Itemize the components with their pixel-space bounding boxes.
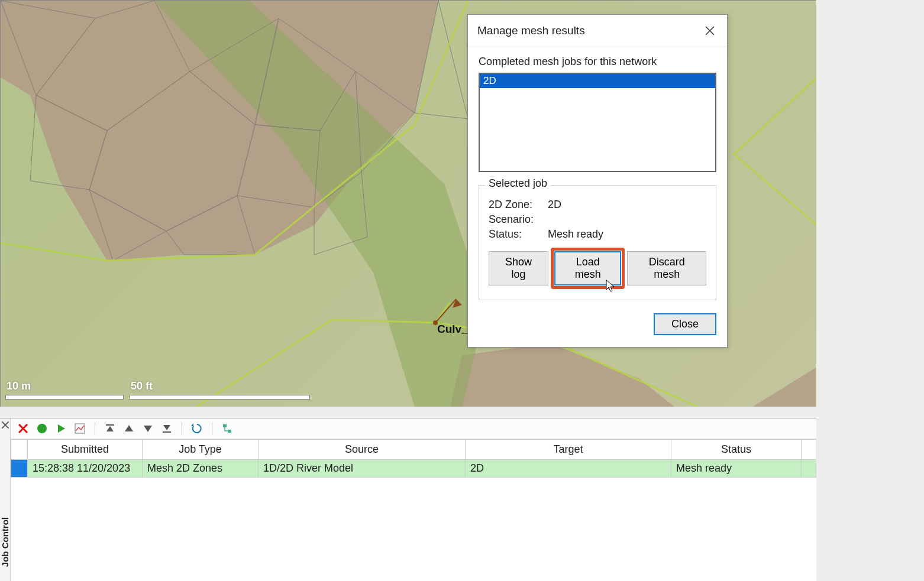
row-selector[interactable]: [11, 460, 28, 478]
close-button[interactable]: Close: [654, 313, 716, 335]
svg-marker-14: [163, 425, 170, 430]
play-icon[interactable]: [54, 422, 67, 435]
col-target[interactable]: Target: [466, 440, 671, 460]
dialog-title-text: Manage mesh results: [477, 24, 585, 37]
svg-marker-8: [58, 424, 65, 433]
dialog-close-button[interactable]: [700, 21, 720, 41]
status-key: Status:: [489, 228, 542, 241]
status-value: Mesh ready: [548, 228, 603, 241]
status-ok-icon[interactable]: [35, 422, 49, 435]
jobs-listbox[interactable]: 2D: [479, 73, 716, 172]
zone-value: 2D: [548, 199, 561, 211]
zone-key: 2D Zone:: [489, 199, 542, 211]
job-control-panel: Job Control Submitted: [0, 418, 816, 581]
cell-source: 1D/2D River Model: [259, 460, 466, 478]
dialog-titlebar: Manage mesh results: [468, 15, 727, 47]
move-bottom-icon[interactable]: [160, 422, 173, 435]
manage-mesh-results-dialog: Manage mesh results Completed mesh jobs …: [467, 14, 728, 348]
delete-icon[interactable]: [17, 422, 30, 435]
discard-mesh-button[interactable]: Discard mesh: [627, 251, 706, 285]
svg-marker-1: [450, 343, 675, 407]
col-extra: [802, 440, 816, 460]
scale-bar-imperial: 50 ft: [130, 380, 310, 400]
panel-tab-label: Job Control: [0, 517, 10, 567]
table-row[interactable]: 15:28:38 11/20/2023 Mesh 2D Zones 1D/2D …: [11, 460, 816, 478]
cell-target: 2D: [466, 460, 671, 478]
svg-rect-18: [228, 430, 231, 433]
close-icon: [705, 26, 715, 35]
scale-bar-metric: 10 m: [5, 380, 124, 400]
network-icon[interactable]: [221, 422, 234, 435]
panel-close-button[interactable]: [1, 421, 9, 429]
job-table[interactable]: Submitted Job Type Source Target Status …: [11, 439, 816, 478]
jobs-list-item[interactable]: 2D: [480, 74, 715, 88]
col-jobtype[interactable]: Job Type: [143, 440, 259, 460]
move-top-icon[interactable]: [104, 422, 117, 435]
group-legend: Selected job: [485, 177, 551, 190]
col-submitted[interactable]: Submitted: [28, 440, 143, 460]
table-header-row: Submitted Job Type Source Target Status: [11, 440, 816, 460]
cell-extra: [802, 460, 816, 478]
scale-label-imperial: 50 ft: [131, 380, 310, 392]
selected-job-group: Selected job 2D Zone:2D Scenario: Status…: [479, 185, 716, 300]
col-source[interactable]: Source: [259, 440, 466, 460]
svg-marker-16: [191, 423, 193, 426]
chart-icon[interactable]: [73, 422, 86, 435]
svg-marker-2: [752, 367, 816, 407]
svg-marker-11: [106, 426, 114, 431]
node-label: Culv_: [437, 323, 468, 336]
col-status[interactable]: Status: [671, 440, 802, 460]
refresh-icon[interactable]: [190, 422, 203, 435]
row-header-blank: [11, 440, 28, 460]
cell-status: Mesh ready: [671, 460, 802, 478]
svg-marker-12: [125, 425, 133, 431]
show-log-button[interactable]: Show log: [489, 251, 548, 285]
scale-label-metric: 10 m: [7, 380, 124, 392]
cell-submitted: 15:28:38 11/20/2023: [28, 460, 143, 478]
move-up-icon[interactable]: [122, 422, 135, 435]
scenario-key: Scenario:: [489, 213, 542, 226]
cursor-icon: [606, 280, 616, 293]
svg-marker-13: [144, 426, 152, 432]
svg-rect-17: [223, 424, 227, 427]
move-down-icon[interactable]: [141, 422, 154, 435]
panel-toolbar: [11, 418, 816, 439]
svg-point-7: [37, 424, 47, 433]
panel-tab[interactable]: Job Control: [0, 418, 11, 581]
cell-jobtype: Mesh 2D Zones: [143, 460, 259, 478]
jobs-list-label: Completed mesh jobs for this network: [479, 56, 716, 68]
close-icon: [1, 421, 9, 429]
